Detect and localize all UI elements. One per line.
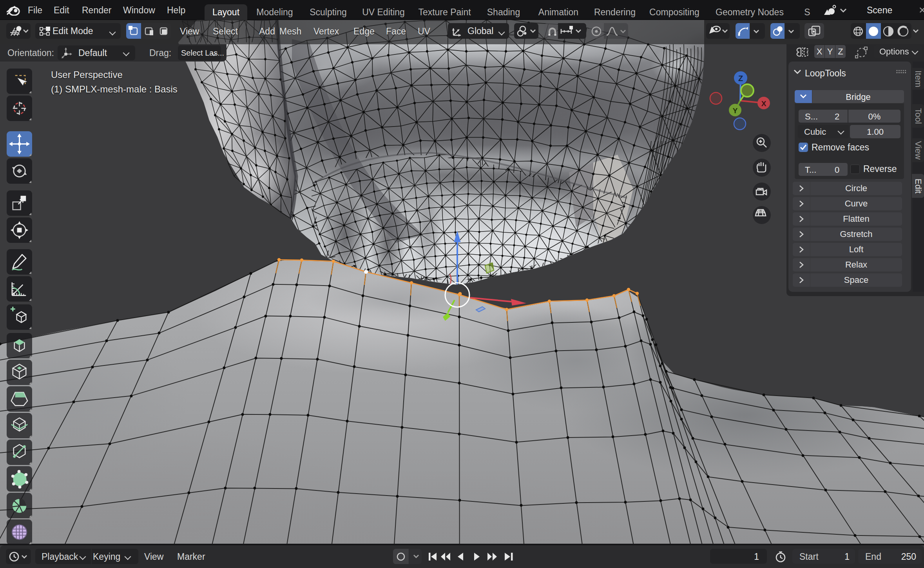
svg-text:Y: Y — [733, 107, 738, 115]
svg-text:X: X — [761, 99, 766, 108]
svg-text:Z: Z — [738, 74, 743, 83]
